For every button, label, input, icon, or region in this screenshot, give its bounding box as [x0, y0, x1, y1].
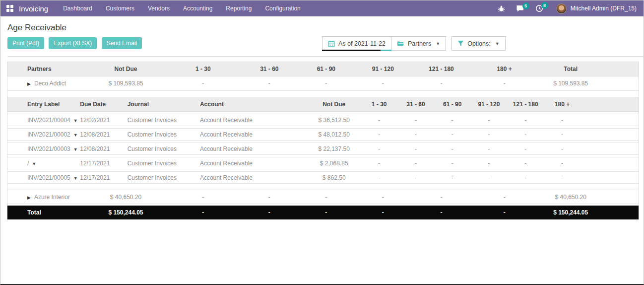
bucket-value: - — [507, 160, 544, 167]
control-panel: Age Receivable Print (Pdf) Export (XLSX)… — [0, 16, 644, 57]
col-due-date: Due Date — [80, 101, 127, 108]
menu-dashboard[interactable]: Dashboard — [63, 5, 92, 12]
bucket-value: - — [544, 145, 580, 152]
total-total: $ 150,244.05 — [537, 209, 604, 216]
total-not-due: $ 150,244.05 — [86, 209, 165, 216]
partner-not-due: $ 40,650.20 — [86, 194, 165, 201]
entry-label-dropdown[interactable]: INV/2021/00003▼ — [7, 145, 80, 152]
partner-row-deco-addict[interactable]: ▶Deco Addict $ 109,593.85 - - - - - - $ … — [7, 76, 639, 91]
journal: Customer Invoices — [128, 160, 200, 167]
bucket-value: - — [361, 174, 397, 181]
chevron-down-icon: ▼ — [73, 147, 78, 152]
partner-row-azure-interior[interactable]: ▶Azure Interior $ 40,650.20 - - - - - - … — [7, 190, 639, 204]
bucket-value: - — [298, 80, 354, 87]
bucket-value: - — [165, 194, 241, 201]
total-label: Total — [7, 209, 86, 216]
account: Account Receivable — [200, 131, 307, 138]
bucket-value: - — [544, 160, 580, 167]
bucket-value: - — [507, 131, 544, 138]
partners-filter-button[interactable]: Partners ▼ — [391, 36, 446, 51]
print-pdf-button[interactable]: Print (Pdf) — [7, 37, 44, 49]
bucket-value: - — [434, 160, 471, 167]
account: Account Receivable — [200, 117, 307, 124]
bucket-value: - — [355, 194, 411, 201]
calendar-icon — [328, 40, 335, 47]
bucket-value: - — [471, 145, 508, 152]
menu-reporting[interactable]: Reporting — [226, 5, 252, 12]
apps-menu-icon[interactable] — [6, 5, 13, 12]
page-title: Age Receivable — [7, 23, 644, 33]
col-1-30: 1 - 30 — [165, 66, 241, 72]
top-navbar: Invoicing Dashboard Customers Vendors Ac… — [0, 0, 644, 16]
partner-not-due: $ 109,593.85 — [86, 80, 165, 87]
controls-row: Print (Pdf) Export (XLSX) Send Email As … — [7, 37, 644, 52]
account: Account Receivable — [200, 174, 307, 181]
journal: Customer Invoices — [128, 117, 200, 124]
menu-accounting[interactable]: Accounting — [183, 5, 212, 12]
bucket-value: - — [298, 209, 354, 216]
col-91-120: 91 - 120 — [355, 66, 411, 72]
due-date: 12/17/2021 — [80, 174, 127, 181]
partner-name[interactable]: Deco Addict — [34, 80, 66, 87]
partners-header-row: Partners Not Due 1 - 30 31 - 60 61 - 90 … — [7, 62, 639, 76]
user-menu[interactable]: Mitchell Admin (DFR_15) — [571, 5, 637, 12]
menu-configuration[interactable]: Configuration — [265, 5, 300, 12]
col-journal: Journal — [128, 101, 200, 108]
report-filters: As of 2021-11-22 Partners ▼ Options: ▼ — [322, 36, 506, 51]
account: Account Receivable — [200, 160, 307, 167]
messages-icon[interactable]: 5 — [516, 5, 524, 12]
col-31-60: 31 - 60 — [397, 101, 434, 108]
bucket-value: - — [298, 194, 354, 201]
send-email-button[interactable]: Send Email — [102, 37, 142, 49]
bucket-value: - — [241, 194, 298, 201]
options-filter-button[interactable]: Options: ▼ — [451, 36, 505, 51]
filter-funnel-icon — [457, 40, 464, 47]
entry-label-dropdown[interactable]: INV/2021/00002▼ — [7, 131, 80, 138]
bucket-value: - — [471, 174, 508, 181]
entry-row: INV/2021/00004▼ 12/02/2021 Customer Invo… — [7, 114, 639, 126]
entry-label-dropdown[interactable]: /▼ — [7, 160, 80, 167]
messages-count-badge: 5 — [522, 2, 529, 9]
partner-name[interactable]: Azure Interior — [34, 194, 70, 201]
activities-count-badge: 8 — [541, 2, 548, 9]
bucket-value: - — [544, 117, 580, 124]
date-filter-label: As of 2021-11-22 — [338, 40, 386, 47]
app-title[interactable]: Invoicing — [19, 4, 48, 13]
partners-filter-label: Partners — [408, 40, 431, 47]
export-xlsx-button[interactable]: Export (XLSX) — [49, 37, 97, 49]
bucket-value: - — [361, 131, 397, 138]
chevron-down-icon: ▼ — [73, 118, 78, 123]
entry-label-dropdown[interactable]: INV/2021/00004▼ — [7, 117, 80, 124]
due-date: 12/08/2021 — [80, 145, 127, 152]
bucket-value: - — [241, 80, 298, 87]
chevron-down-icon: ▼ — [495, 41, 500, 46]
age-receivable-table: Partners Not Due 1 - 30 31 - 60 61 - 90 … — [7, 62, 639, 219]
chevron-down-icon: ▼ — [73, 176, 78, 181]
menu-customers[interactable]: Customers — [106, 5, 134, 12]
activities-clock-icon[interactable]: 8 — [535, 4, 543, 12]
folder-icon — [397, 41, 404, 47]
bucket-value: - — [165, 209, 241, 216]
menu-vendors[interactable]: Vendors — [148, 5, 170, 12]
entry-label-dropdown[interactable]: INV/2021/00005▼ — [7, 174, 80, 181]
debug-bug-icon[interactable] — [498, 5, 505, 12]
entries-header-row: Entry Label Due Date Journal Account Not… — [7, 97, 639, 112]
not-due-value: $ 36,512.50 — [307, 117, 361, 124]
main-menu: Dashboard Customers Vendors Accounting R… — [63, 5, 301, 12]
bucket-value: - — [434, 174, 471, 181]
bucket-value: - — [434, 117, 471, 124]
journal: Customer Invoices — [128, 174, 200, 181]
navbar-systray: 5 8 Mitchell Admin (DFR_15) — [487, 3, 637, 14]
date-filter-button[interactable]: As of 2021-11-22 — [322, 36, 391, 51]
bucket-value: - — [397, 131, 434, 138]
bucket-value: - — [361, 117, 397, 124]
bucket-value: - — [355, 80, 411, 87]
expand-caret-icon[interactable]: ▶ — [27, 81, 31, 86]
user-avatar[interactable] — [556, 3, 567, 14]
expand-caret-icon[interactable]: ▶ — [27, 195, 31, 200]
bucket-value: - — [471, 117, 508, 124]
bucket-value: - — [397, 145, 434, 152]
bucket-value: - — [165, 80, 241, 87]
entry-row: INV/2021/00002▼ 12/08/2021 Customer Invo… — [7, 128, 639, 141]
journal: Customer Invoices — [128, 131, 200, 138]
